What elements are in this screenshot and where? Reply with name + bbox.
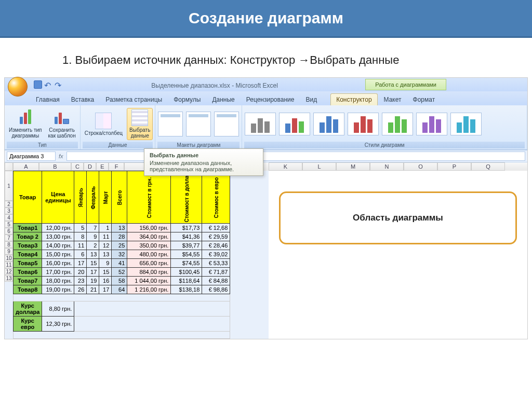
select-all-cell[interactable] xyxy=(5,162,13,171)
col-D[interactable]: D xyxy=(84,162,96,171)
table-cell[interactable]: 13 xyxy=(99,250,112,259)
chart-layout-2[interactable] xyxy=(186,112,211,136)
chart-style-7[interactable] xyxy=(450,113,482,135)
tab-design[interactable]: Конструктор xyxy=(330,93,377,105)
row-6[interactable]: 6 xyxy=(5,228,13,235)
save-template-button[interactable]: Сохранить как шаблон xyxy=(46,108,77,140)
row-9[interactable]: 9 xyxy=(5,248,13,255)
table-cell[interactable]: € 29,59 xyxy=(202,232,230,241)
table-cell[interactable]: 15 xyxy=(87,259,99,268)
table-cell[interactable]: 58 xyxy=(112,277,127,285)
row-1[interactable]: 1 xyxy=(5,171,13,201)
hdr-eur[interactable]: Стоимос в евро xyxy=(202,171,230,224)
col-C[interactable]: C xyxy=(71,162,84,171)
hdr-mar[interactable]: Март xyxy=(99,171,112,224)
col-F[interactable]: F xyxy=(109,162,124,171)
redo-icon[interactable]: ↷ xyxy=(55,80,63,89)
tab-insert[interactable]: Вставка xyxy=(66,94,100,105)
table-cell[interactable]: 20 xyxy=(74,268,87,277)
row-12[interactable]: 12 xyxy=(5,268,13,275)
table-cell[interactable]: € 84,88 xyxy=(202,277,230,285)
chart-style-6[interactable] xyxy=(416,113,447,135)
col-Q[interactable]: Q xyxy=(471,162,505,171)
row-7[interactable]: 7 xyxy=(5,235,13,241)
table-cell[interactable]: $54,55 xyxy=(171,250,202,259)
table-cell[interactable]: 11 xyxy=(99,232,112,241)
chart-style-3[interactable] xyxy=(313,113,344,135)
fx-icon[interactable]: fx xyxy=(59,153,63,159)
table-cell[interactable]: $17,73 xyxy=(171,224,202,232)
usd-rate-label[interactable]: Курс доллара xyxy=(14,301,42,317)
table-cell[interactable]: 156,00 грн. xyxy=(127,224,171,232)
table-cell[interactable]: 5 xyxy=(74,224,87,232)
col-E[interactable]: E xyxy=(96,162,109,171)
tab-home[interactable]: Главная xyxy=(31,94,65,105)
undo-icon[interactable]: ↶ xyxy=(44,80,52,89)
table-cell[interactable]: 8 xyxy=(74,232,87,241)
table-cell[interactable]: 26 xyxy=(74,285,87,294)
table-cell[interactable]: 18,00 грн. xyxy=(42,277,74,285)
chart-style-4[interactable] xyxy=(348,113,379,135)
tab-review[interactable]: Рецензирование xyxy=(241,94,300,105)
table-cell[interactable]: $100,45 xyxy=(171,268,202,277)
row-13[interactable]: 13 xyxy=(5,275,13,282)
formula-input[interactable] xyxy=(66,152,525,161)
table-cell[interactable]: 1 xyxy=(99,224,112,232)
row-8[interactable]: 8 xyxy=(5,241,13,248)
col-M[interactable]: M xyxy=(336,162,370,171)
row-5[interactable]: 5 xyxy=(5,221,13,228)
table-cell[interactable]: 364,00 грн. xyxy=(127,232,171,241)
table-cell[interactable]: 13 xyxy=(112,224,127,232)
table-cell[interactable]: $74,55 xyxy=(171,259,202,268)
hdr-price[interactable]: Цена единицы xyxy=(42,171,74,224)
col-N[interactable]: N xyxy=(370,162,404,171)
table-cell[interactable]: 16 xyxy=(99,277,112,285)
col-O[interactable]: O xyxy=(404,162,437,171)
table-cell[interactable]: 11 xyxy=(74,241,87,250)
tab-data[interactable]: Данные xyxy=(207,94,240,105)
hdr-grn[interactable]: Стоимост в грн. xyxy=(127,171,171,224)
row-10[interactable]: 10 xyxy=(5,255,13,262)
table-cell[interactable]: 15,00 грн. xyxy=(42,250,74,259)
table-cell[interactable]: 25 xyxy=(112,241,127,250)
table-row-name[interactable]: Товар5 xyxy=(14,259,42,268)
table-cell[interactable]: € 53,33 xyxy=(202,259,230,268)
table-cell[interactable]: 350,00 грн. xyxy=(127,241,171,250)
select-data-button[interactable]: Выбрать данные xyxy=(127,108,153,140)
table-row-name[interactable]: Товар1 xyxy=(14,224,42,232)
table-cell[interactable]: 41 xyxy=(112,259,127,268)
hdr-jan[interactable]: Январь xyxy=(74,171,87,224)
table-cell[interactable]: 64 xyxy=(112,285,127,294)
table-row-name[interactable]: Товар 2 xyxy=(14,232,42,241)
chart-layout-3[interactable] xyxy=(214,112,239,136)
table-cell[interactable]: 52 xyxy=(112,268,127,277)
table-cell[interactable]: 14,00 грн. xyxy=(42,241,74,250)
hdr-usd[interactable]: Стоимост в доллар xyxy=(171,171,202,224)
table-cell[interactable]: 1 044,00 грн. xyxy=(127,277,171,285)
table-cell[interactable]: 13,00 грн. xyxy=(42,232,74,241)
hdr-feb[interactable]: Февраль xyxy=(87,171,99,224)
chart-style-1[interactable] xyxy=(245,113,276,135)
table-cell[interactable]: 12 xyxy=(99,241,112,250)
hdr-total[interactable]: Всего xyxy=(112,171,127,224)
table-cell[interactable]: 15 xyxy=(99,268,112,277)
col-L[interactable]: L xyxy=(302,162,336,171)
table-cell[interactable]: 884,00 грн. xyxy=(127,268,171,277)
eur-rate-label[interactable]: Курс евро xyxy=(14,317,42,332)
table-row-name[interactable]: Товар8 xyxy=(14,285,42,294)
table-cell[interactable]: 12,00 грн. xyxy=(42,224,74,232)
table-cell[interactable]: 7 xyxy=(87,224,99,232)
table-cell[interactable]: € 28,46 xyxy=(202,241,230,250)
table-cell[interactable]: € 71,87 xyxy=(202,268,230,277)
row-3[interactable]: 3 xyxy=(5,208,13,214)
eur-rate[interactable]: 12,30 грн. xyxy=(42,317,74,332)
table-cell[interactable]: 656,00 грн. xyxy=(127,259,171,268)
table-cell[interactable]: $39,77 xyxy=(171,241,202,250)
table-cell[interactable]: 2 xyxy=(87,241,99,250)
tab-format-chart[interactable]: Формат xyxy=(408,94,441,105)
col-B[interactable]: B xyxy=(39,162,71,171)
chart-area-placeholder[interactable]: Область диаграммы xyxy=(279,191,517,244)
tab-page-layout[interactable]: Разметка страницы xyxy=(100,94,167,105)
office-button[interactable] xyxy=(8,77,28,97)
name-box[interactable]: Диаграмма 3 xyxy=(7,152,56,161)
